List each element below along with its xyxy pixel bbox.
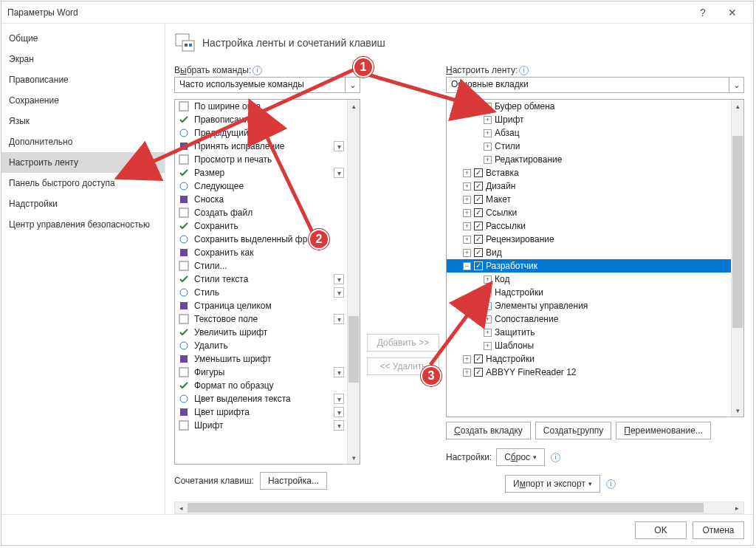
ribbon-tree[interactable]: +Буфер обмена+Шрифт+Абзац+Стили+Редактир… <box>446 99 744 417</box>
checkbox[interactable]: ✓ <box>474 248 483 257</box>
command-item[interactable]: Шрифт▾ <box>175 419 347 432</box>
expand-icon[interactable]: + <box>484 315 492 323</box>
tree-node[interactable]: +✓Макет <box>447 193 731 206</box>
command-item[interactable]: Стили текста▾ <box>175 273 347 286</box>
expand-icon[interactable]: + <box>484 103 492 111</box>
expand-icon[interactable]: + <box>484 329 492 337</box>
command-item[interactable]: Формат по образцу <box>175 379 347 392</box>
info-icon[interactable]: i <box>519 66 529 75</box>
tree-node[interactable]: +✓Вставка <box>447 166 731 179</box>
choose-commands-combo[interactable]: Часто используемые команды ⌄ <box>174 77 360 93</box>
cancel-button[interactable]: Отмена <box>693 521 744 539</box>
checkbox[interactable]: ✓ <box>474 368 483 377</box>
info-icon[interactable]: i <box>252 66 262 75</box>
tree-node[interactable]: +Элементы управления <box>447 299 731 312</box>
command-item[interactable]: Стиль▾ <box>175 286 347 299</box>
expand-icon[interactable]: + <box>484 302 492 310</box>
checkbox[interactable]: ✓ <box>474 235 483 244</box>
tree-node[interactable]: +✓ABBYY FineReader 12 <box>447 366 731 379</box>
scroll-left-icon[interactable]: ◂ <box>175 502 188 513</box>
expand-icon[interactable]: + <box>484 116 492 124</box>
kb-customize-button[interactable]: Настройка... <box>260 472 327 490</box>
sidebar-item[interactable]: Надстройки <box>1 193 165 214</box>
command-item[interactable]: Удалить <box>175 339 347 352</box>
sidebar-item[interactable]: Экран <box>1 49 165 69</box>
expand-icon[interactable]: + <box>484 275 492 284</box>
tree-node[interactable]: +Редактирование <box>447 153 731 166</box>
command-item[interactable]: Следующее <box>175 179 347 193</box>
tree-node[interactable]: +Стили <box>447 140 731 153</box>
tree-node[interactable]: +✓Дизайн <box>447 179 731 193</box>
new-group-button[interactable]: Создать группу <box>535 422 612 439</box>
command-item[interactable]: Правописание <box>175 113 347 126</box>
command-item[interactable]: Принять исправление▾ <box>175 140 347 153</box>
command-item[interactable]: Цвет выделения текста▾ <box>175 392 347 405</box>
expand-icon[interactable]: + <box>484 143 492 151</box>
checkbox[interactable]: ✓ <box>474 182 483 191</box>
command-item[interactable]: По ширине окна <box>175 100 347 113</box>
customize-ribbon-combo[interactable]: Основные вкладки ⌄ <box>446 77 744 93</box>
expand-icon[interactable]: + <box>484 129 492 137</box>
command-item[interactable]: Фигуры▾ <box>175 366 347 379</box>
checkbox[interactable]: ✓ <box>474 355 483 363</box>
command-item[interactable]: Размер▾ <box>175 166 347 179</box>
scroll-right-icon[interactable]: ▸ <box>731 502 743 513</box>
rename-button[interactable]: Переименование... <box>616 422 711 439</box>
tree-node[interactable]: +Буфер обмена <box>447 100 731 113</box>
tree-node[interactable]: −✓Разработчик <box>447 259 731 273</box>
close-button[interactable]: ✕ <box>718 1 747 24</box>
tree-node[interactable]: +✓Рецензирование <box>447 233 731 246</box>
checkbox[interactable]: ✓ <box>474 195 483 204</box>
expand-icon[interactable]: + <box>484 289 492 297</box>
expand-icon[interactable]: + <box>484 156 492 164</box>
command-item[interactable]: Увеличить шрифт <box>175 326 347 339</box>
tree-node[interactable]: +✓Надстройки <box>447 352 731 366</box>
sidebar-item[interactable]: Правописание <box>1 69 165 90</box>
tree-node[interactable]: +Надстройки <box>447 286 731 299</box>
command-item[interactable]: Уменьшить шрифт <box>175 352 347 366</box>
tree-node[interactable]: +Код <box>447 273 731 286</box>
help-button[interactable]: ? <box>688 1 718 24</box>
commands-listbox[interactable]: По ширине окнаПравописаниеПредыдущийПрин… <box>174 99 360 465</box>
scroll-down-icon[interactable]: ▾ <box>348 451 360 464</box>
sidebar-item[interactable]: Общие <box>1 28 165 49</box>
command-item[interactable]: Стили... <box>175 259 347 273</box>
tree-node[interactable]: +Шаблоны <box>447 339 731 352</box>
expand-icon[interactable]: − <box>463 262 471 270</box>
tree-node[interactable]: +Абзац <box>447 126 731 140</box>
expand-icon[interactable]: + <box>463 236 471 244</box>
scrollbar-vertical[interactable]: ▴ ▾ <box>347 100 360 464</box>
info-icon[interactable]: i <box>606 479 616 489</box>
scroll-up-icon[interactable]: ▴ <box>732 100 743 112</box>
new-tab-button[interactable]: Создать вкладку <box>446 422 531 439</box>
command-item[interactable]: Предыдущий <box>175 126 347 140</box>
tree-node[interactable]: +Защитить <box>447 326 731 339</box>
tree-node[interactable]: +✓Вид <box>447 246 731 259</box>
scroll-down-icon[interactable]: ▾ <box>732 404 743 417</box>
expand-icon[interactable]: + <box>463 355 471 363</box>
import-export-button[interactable]: Импорт и экспорт <box>505 475 600 493</box>
expand-icon[interactable]: + <box>463 196 471 204</box>
checkbox[interactable]: ✓ <box>474 222 483 230</box>
command-item[interactable]: Текстовое поле▾ <box>175 312 347 326</box>
sidebar-item[interactable]: Панель быстрого доступа <box>1 173 165 193</box>
tree-node[interactable]: +✓Рассылки <box>447 219 731 233</box>
sidebar-item[interactable]: Дополнительно <box>1 131 165 152</box>
ok-button[interactable]: OK <box>635 521 687 539</box>
command-item[interactable]: Страница целиком <box>175 299 347 312</box>
checkbox[interactable]: ✓ <box>474 168 483 177</box>
sidebar-item[interactable]: Сохранение <box>1 90 165 111</box>
scrollbar-horizontal[interactable]: ◂ ▸ <box>174 501 744 514</box>
tree-node[interactable]: +Шрифт <box>447 113 731 126</box>
checkbox[interactable]: ✓ <box>474 208 483 217</box>
expand-icon[interactable]: + <box>463 369 471 377</box>
sidebar-item[interactable]: Центр управления безопасностью <box>1 214 165 235</box>
info-icon[interactable]: i <box>551 453 560 462</box>
command-item[interactable]: Сноска <box>175 193 347 206</box>
command-item[interactable]: Создать файл <box>175 206 347 219</box>
expand-icon[interactable]: + <box>463 182 471 191</box>
expand-icon[interactable]: + <box>463 209 471 217</box>
tree-node[interactable]: +Сопоставление <box>447 312 731 326</box>
expand-icon[interactable]: + <box>463 169 471 177</box>
scrollbar-vertical[interactable]: ▴ ▾ <box>731 100 743 417</box>
